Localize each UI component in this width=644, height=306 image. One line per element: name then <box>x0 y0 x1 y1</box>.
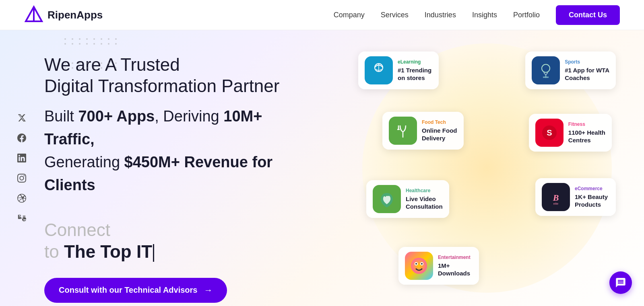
hero-line2: Digital Transformation Partner <box>44 76 306 97</box>
svg-text:S: S <box>547 128 552 137</box>
cta-button[interactable]: Consult with our Technical Advisors → <box>44 278 227 303</box>
svg-point-4 <box>542 64 550 72</box>
svg-text:elle: elle <box>553 202 559 205</box>
logo-text: RipenApps <box>47 9 103 21</box>
app-card-healthcare[interactable]: Healthcare Live VideoConsultation <box>366 180 449 218</box>
app-category-fitness: Fitness <box>568 121 605 127</box>
app-icon-foodtech <box>389 117 417 145</box>
stat3-prefix: Generating <box>44 154 124 170</box>
hero-stats: Built 700+ Apps, Deriving 10M+ Traffic, <box>44 105 306 151</box>
app-card-fitness[interactable]: S Fitness 1100+ HealthCentres <box>529 114 612 152</box>
app-card-foodtech[interactable]: Food Tech Online FoodDelivery <box>382 112 464 150</box>
hero-stats2: Generating $450M+ Revenue for Clients <box>44 151 306 197</box>
hero-connect-area: Connect to The Top IT <box>44 208 306 262</box>
app-category-ecommerce: eCommerce <box>575 186 608 191</box>
app-info-elearning: eLearning #1 Trendingon stores <box>398 59 431 82</box>
cursor-bar <box>153 244 154 262</box>
nav-company[interactable]: Company <box>334 11 365 19</box>
app-icon-entertainment <box>405 252 433 280</box>
app-card-entertainment[interactable]: Entertainment 1M+Downloads <box>398 247 479 285</box>
app-info-healthcare: Healthcare Live VideoConsultation <box>406 188 443 211</box>
left-panel: We are A Trusted Digital Transformation … <box>0 30 330 306</box>
app-info-entertainment: Entertainment 1M+Downloads <box>438 255 471 277</box>
app-icon-sports <box>532 56 560 84</box>
stat1-suffix: , Deriving <box>155 108 223 125</box>
app-card-elearning[interactable]: eLearning #1 Trendingon stores <box>358 51 439 89</box>
hero-connect-line2: to The Top IT <box>44 242 306 262</box>
main-nav: Company Services Industries Insights Por… <box>334 5 620 25</box>
app-icon-fitness: S <box>535 119 564 147</box>
app-name-elearning: #1 Trendingon stores <box>398 66 431 82</box>
hero-connect: Connect <box>44 220 306 240</box>
hero-text: We are A Trusted Digital Transformation … <box>44 54 306 197</box>
app-icon-elearning <box>365 56 393 84</box>
nav-insights[interactable]: Insights <box>472 11 497 19</box>
app-category-entertainment: Entertainment <box>438 255 471 260</box>
app-category-healthcare: Healthcare <box>406 188 443 193</box>
svg-point-14 <box>411 258 427 274</box>
header: RipenApps Company Services Industries In… <box>0 0 644 30</box>
cta-arrow-icon: → <box>204 285 213 296</box>
main-content: We are A Trusted Digital Transformation … <box>0 30 644 306</box>
logo[interactable]: RipenApps <box>24 5 103 25</box>
app-name-healthcare: Live VideoConsultation <box>406 195 443 211</box>
stat1-bold: 700+ Apps <box>78 108 155 125</box>
nav-portfolio[interactable]: Portfolio <box>513 11 540 19</box>
connect-prefix: to <box>44 242 64 261</box>
app-card-ecommerce[interactable]: Belle eCommerce 1K+ BeautyProducts <box>535 178 616 216</box>
app-info-foodtech: Food Tech Online FoodDelivery <box>422 119 457 142</box>
app-name-ecommerce: 1K+ BeautyProducts <box>575 193 608 209</box>
nav-industries[interactable]: Industries <box>425 11 456 19</box>
dots-pattern-top <box>64 38 119 45</box>
app-icon-healthcare <box>373 185 401 213</box>
dots-pattern-mid <box>64 62 119 69</box>
app-name-sports: #1 App for WTACoaches <box>565 66 609 82</box>
svg-text:B: B <box>553 193 559 203</box>
svg-point-18 <box>421 263 423 265</box>
chat-bubble-button[interactable] <box>609 271 632 294</box>
nav-services[interactable]: Services <box>381 11 409 19</box>
apps-container: eLearning #1 Trendingon stores Sports #1… <box>350 43 624 293</box>
connect-bold: The Top IT <box>64 242 152 261</box>
contact-button[interactable]: Contact Us <box>556 5 620 25</box>
app-icon-ecommerce: Belle <box>542 183 570 211</box>
app-name-entertainment: 1M+Downloads <box>438 262 471 277</box>
svg-point-17 <box>415 263 417 265</box>
chat-icon <box>615 277 626 288</box>
app-card-sports[interactable]: Sports #1 App for WTACoaches <box>525 51 616 89</box>
right-panel: eLearning #1 Trendingon stores Sports #1… <box>330 30 644 306</box>
app-info-ecommerce: eCommerce 1K+ BeautyProducts <box>575 186 608 209</box>
app-category-foodtech: Food Tech <box>422 119 457 125</box>
cta-label: Consult with our Technical Advisors <box>59 285 197 295</box>
app-category-sports: Sports <box>565 59 609 65</box>
app-category-elearning: eLearning <box>398 59 431 65</box>
logo-icon <box>24 5 43 25</box>
app-name-foodtech: Online FoodDelivery <box>422 127 457 142</box>
app-name-fitness: 1100+ HealthCentres <box>568 129 605 144</box>
app-info-sports: Sports #1 App for WTACoaches <box>565 59 609 82</box>
app-info-fitness: Fitness 1100+ HealthCentres <box>568 121 605 144</box>
stat1-prefix: Built <box>44 108 78 125</box>
